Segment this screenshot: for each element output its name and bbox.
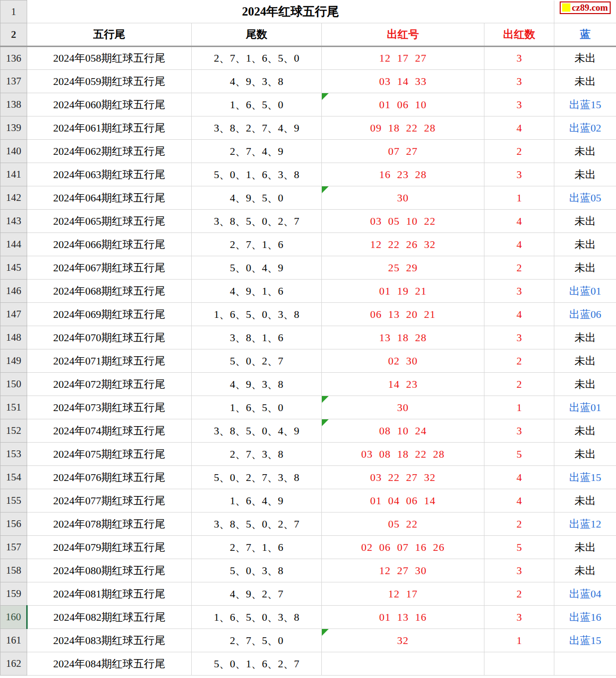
row-number[interactable]: 140 bbox=[0, 140, 27, 163]
cell-red-numbers[interactable]: 14 23 bbox=[322, 373, 484, 396]
cell-red-count[interactable]: 2 bbox=[484, 513, 554, 536]
cell-blue-status[interactable]: 未出 bbox=[554, 326, 616, 349]
cell-tails[interactable]: 1、6、5、0 bbox=[192, 396, 322, 419]
cell-red-numbers[interactable]: 01 13 16 bbox=[322, 606, 484, 629]
cell-red-count[interactable]: 4 bbox=[484, 303, 554, 326]
row-number[interactable]: 136 bbox=[0, 47, 27, 70]
cell-period[interactable]: 2024年061期红球五行尾 bbox=[27, 116, 192, 140]
cell-period[interactable]: 2024年065期红球五行尾 bbox=[27, 210, 192, 233]
cell-tails[interactable]: 5、0、2、7、3、8 bbox=[192, 466, 322, 489]
row-number[interactable]: 152 bbox=[0, 419, 27, 443]
row-number[interactable]: 160 bbox=[0, 606, 27, 629]
cell-period[interactable]: 2024年083期红球五行尾 bbox=[27, 629, 192, 652]
cell-tails[interactable]: 1、6、5、0、3、8 bbox=[192, 303, 322, 326]
cell-blue-status[interactable]: 出蓝15 bbox=[554, 93, 616, 116]
cell-red-numbers[interactable]: 30 bbox=[322, 396, 484, 419]
sheet-title[interactable]: 2024年红球五行尾 bbox=[27, 0, 554, 23]
cell-blue-status[interactable]: 未出 bbox=[554, 256, 616, 280]
cell-blue-status[interactable]: 出蓝01 bbox=[554, 280, 616, 303]
cell-red-numbers[interactable]: 16 23 28 bbox=[322, 163, 484, 186]
col-header-weishu[interactable]: 尾数 bbox=[192, 23, 322, 47]
row-number[interactable]: 156 bbox=[0, 513, 27, 536]
col-header-lan[interactable]: 蓝 bbox=[554, 23, 616, 47]
cell-red-count[interactable]: 4 bbox=[484, 489, 554, 513]
cell-blue-status[interactable]: 未出 bbox=[554, 210, 616, 233]
cell-period[interactable]: 2024年058期红球五行尾 bbox=[27, 47, 192, 70]
cell-red-numbers[interactable]: 25 29 bbox=[322, 256, 484, 280]
row-number[interactable]: 155 bbox=[0, 489, 27, 513]
cell-period[interactable]: 2024年059期红球五行尾 bbox=[27, 70, 192, 93]
cell-blue-status[interactable]: 未出 bbox=[554, 373, 616, 396]
cell-red-numbers[interactable]: 32 bbox=[322, 629, 484, 652]
cell-red-count[interactable]: 3 bbox=[484, 419, 554, 443]
row-number[interactable]: 151 bbox=[0, 396, 27, 419]
row-number[interactable]: 138 bbox=[0, 93, 27, 116]
cell-period[interactable]: 2024年076期红球五行尾 bbox=[27, 466, 192, 489]
row-number[interactable]: 150 bbox=[0, 373, 27, 396]
cell-red-numbers[interactable]: 03 08 18 22 28 bbox=[322, 443, 484, 466]
cell-period[interactable]: 2024年071期红球五行尾 bbox=[27, 349, 192, 373]
row-number[interactable]: 159 bbox=[0, 582, 27, 606]
cell-red-numbers[interactable]: 01 19 21 bbox=[322, 280, 484, 303]
cell-period[interactable]: 2024年074期红球五行尾 bbox=[27, 419, 192, 443]
cell-red-numbers[interactable]: 12 17 27 bbox=[322, 47, 484, 70]
cell-blue-status[interactable]: 出蓝12 bbox=[554, 513, 616, 536]
cell-period[interactable]: 2024年072期红球五行尾 bbox=[27, 373, 192, 396]
cell-tails[interactable]: 4、9、1、6 bbox=[192, 280, 322, 303]
cell-red-count[interactable]: 3 bbox=[484, 606, 554, 629]
cell-red-count[interactable]: 3 bbox=[484, 326, 554, 349]
cell-period[interactable]: 2024年079期红球五行尾 bbox=[27, 536, 192, 559]
cell-red-count[interactable]: 1 bbox=[484, 629, 554, 652]
cell-red-numbers[interactable] bbox=[322, 652, 484, 676]
cell-tails[interactable]: 5、0、4、9 bbox=[192, 256, 322, 280]
cell-period[interactable]: 2024年077期红球五行尾 bbox=[27, 489, 192, 513]
cell-red-numbers[interactable]: 01 04 06 14 bbox=[322, 489, 484, 513]
cell-red-count[interactable]: 2 bbox=[484, 256, 554, 280]
cell-blue-status[interactable]: 未出 bbox=[554, 47, 616, 70]
cell-red-count[interactable]: 1 bbox=[484, 396, 554, 419]
cell-red-numbers[interactable]: 06 13 20 21 bbox=[322, 303, 484, 326]
row-number[interactable]: 147 bbox=[0, 303, 27, 326]
cell-period[interactable]: 2024年067期红球五行尾 bbox=[27, 256, 192, 280]
cell-blue-status[interactable]: 未出 bbox=[554, 489, 616, 513]
cell-red-numbers[interactable]: 02 06 07 16 26 bbox=[322, 536, 484, 559]
cell-period[interactable]: 2024年069期红球五行尾 bbox=[27, 303, 192, 326]
cell-blue-status[interactable]: 出蓝04 bbox=[554, 582, 616, 606]
row-number[interactable]: 146 bbox=[0, 280, 27, 303]
cell-red-numbers[interactable]: 05 22 bbox=[322, 513, 484, 536]
cell-tails[interactable]: 4、9、5、0 bbox=[192, 186, 322, 210]
cell-tails[interactable]: 1、6、5、0、3、8 bbox=[192, 606, 322, 629]
cell-period[interactable]: 2024年063期红球五行尾 bbox=[27, 163, 192, 186]
col-header-chuhonghao[interactable]: 出红号 bbox=[322, 23, 484, 47]
row-number[interactable]: 145 bbox=[0, 256, 27, 280]
cell-red-count[interactable]: 3 bbox=[484, 163, 554, 186]
cell-tails[interactable]: 1、6、5、0 bbox=[192, 93, 322, 116]
cell-tails[interactable]: 2、7、3、8 bbox=[192, 443, 322, 466]
cell-period[interactable]: 2024年080期红球五行尾 bbox=[27, 559, 192, 582]
cell-tails[interactable]: 5、0、1、6、3、8 bbox=[192, 163, 322, 186]
row-number[interactable]: 1 bbox=[0, 0, 27, 23]
cell-red-count[interactable]: 2 bbox=[484, 349, 554, 373]
cell-blue-status[interactable]: 未出 bbox=[554, 536, 616, 559]
cell-red-count[interactable]: 2 bbox=[484, 373, 554, 396]
col-header-wuxingwei[interactable]: 五行尾 bbox=[27, 23, 192, 47]
cell-red-count[interactable]: 3 bbox=[484, 559, 554, 582]
cell-tails[interactable]: 4、9、3、8 bbox=[192, 373, 322, 396]
cell-red-count[interactable]: 4 bbox=[484, 466, 554, 489]
cell-red-count[interactable]: 5 bbox=[484, 443, 554, 466]
cell-period[interactable]: 2024年060期红球五行尾 bbox=[27, 93, 192, 116]
cell-tails[interactable]: 3、8、2、7、4、9 bbox=[192, 116, 322, 140]
cell-red-count[interactable]: 3 bbox=[484, 47, 554, 70]
cell-red-numbers[interactable]: 12 27 30 bbox=[322, 559, 484, 582]
cell-period[interactable]: 2024年082期红球五行尾 bbox=[27, 606, 192, 629]
row-number[interactable]: 137 bbox=[0, 70, 27, 93]
row-number[interactable]: 144 bbox=[0, 233, 27, 256]
row-number[interactable]: 143 bbox=[0, 210, 27, 233]
cell-blue-status[interactable]: 出蓝15 bbox=[554, 629, 616, 652]
cell-tails[interactable]: 2、7、1、6 bbox=[192, 536, 322, 559]
cell-blue-status[interactable]: 出蓝15 bbox=[554, 466, 616, 489]
cell-tails[interactable]: 2、7、1、6、5、0 bbox=[192, 47, 322, 70]
cell-blue-status[interactable]: 出蓝01 bbox=[554, 396, 616, 419]
cell-red-numbers[interactable]: 03 14 33 bbox=[322, 70, 484, 93]
cell-period[interactable]: 2024年062期红球五行尾 bbox=[27, 140, 192, 163]
